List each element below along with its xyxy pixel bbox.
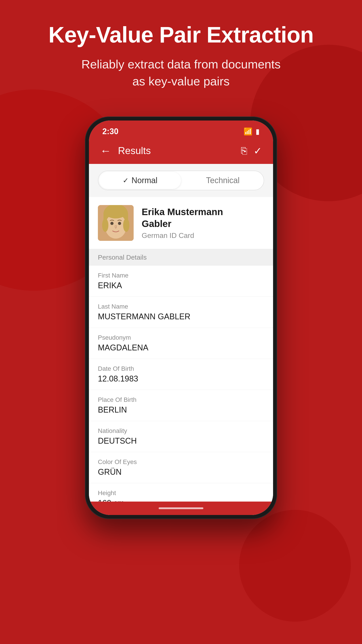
field-pseudonym: Pseudonym MAGDALENA [89,328,273,359]
header-section: Key-Value Pair Extraction Reliably extra… [0,0,362,103]
field-first-name: First Name ERIKA [89,266,273,297]
value-first-name: ERIKA [98,281,264,290]
tab-check-icon: ✓ [123,176,129,185]
svg-point-4 [110,222,113,225]
check-icon[interactable]: ✓ [254,145,262,156]
svg-point-6 [102,218,108,232]
section-header: Personal Details [89,249,273,266]
field-nationality: Nationality DEUTSCH [89,421,273,452]
svg-point-8 [105,205,127,218]
field-eye-color: Color Of Eyes GRÜN [89,452,273,483]
value-height: 160 cm [98,498,264,502]
nav-bar: ← Results ⎘ ✓ [89,140,273,164]
status-time: 2:30 [102,127,118,136]
value-nationality: DEUTSCH [98,436,264,446]
tab-normal[interactable]: ✓ Normal [99,172,181,189]
value-pseudonym: MAGDALENA [98,343,264,352]
label-nationality: Nationality [98,427,264,434]
label-dob: Date Of Birth [98,365,264,372]
label-place-of-birth: Place Of Birth [98,396,264,404]
home-indicator [89,502,273,515]
person-card: Erika Mustermann Gabler German ID Card [89,197,273,249]
nav-title: Results [118,145,241,156]
label-eye-color: Color Of Eyes [98,458,264,466]
document-type: German ID Card [142,232,264,240]
tab-container: ✓ Normal Technical [89,164,273,197]
back-button[interactable]: ← [100,144,111,157]
page-title: Key-Value Pair Extraction [18,22,344,47]
status-icons: 📶 ▮ [244,127,260,136]
field-dob: Date Of Birth 12.08.1983 [89,359,273,390]
page-subtitle: Reliably extract data from documentsas k… [18,56,344,90]
value-dob: 12.08.1983 [98,374,264,384]
battery-icon: ▮ [256,127,260,136]
tab-technical[interactable]: Technical [182,171,264,190]
value-eye-color: GRÜN [98,467,264,477]
avatar-image [98,205,134,241]
content-scroll[interactable]: First Name ERIKA Last Name MUSTERMANN GA… [89,266,273,502]
tab-normal-label: Normal [131,176,157,185]
label-pseudonym: Pseudonym [98,334,264,341]
tab-technical-label: Technical [206,176,240,185]
phone-body: 2:30 📶 ▮ ← Results ⎘ ✓ ✓ [85,116,277,519]
label-first-name: First Name [98,272,264,279]
value-place-of-birth: BERLIN [98,405,264,414]
field-place-of-birth: Place Of Birth BERLIN [89,390,273,421]
bg-decoration-3 [239,510,351,622]
nav-actions: ⎘ ✓ [241,145,262,156]
svg-point-7 [123,218,129,232]
tab-selector: ✓ Normal Technical [98,170,264,190]
home-bar [159,507,203,509]
person-info: Erika Mustermann Gabler German ID Card [142,206,264,240]
label-last-name: Last Name [98,303,264,310]
wifi-icon: 📶 [244,127,253,136]
field-height: Height 160 cm [89,483,273,502]
status-bar: 2:30 📶 ▮ [89,120,273,140]
field-last-name: Last Name MUSTERMANN GABLER [89,297,273,328]
phone-mockup: 2:30 📶 ▮ ← Results ⎘ ✓ ✓ [0,116,362,519]
label-height: Height [98,490,264,497]
phone-screen: 2:30 📶 ▮ ← Results ⎘ ✓ ✓ [89,120,273,515]
avatar [98,205,134,241]
value-last-name: MUSTERMANN GABLER [98,312,264,321]
person-name: Erika Mustermann Gabler [142,206,264,230]
copy-icon[interactable]: ⎘ [241,145,247,156]
svg-point-5 [118,222,121,225]
